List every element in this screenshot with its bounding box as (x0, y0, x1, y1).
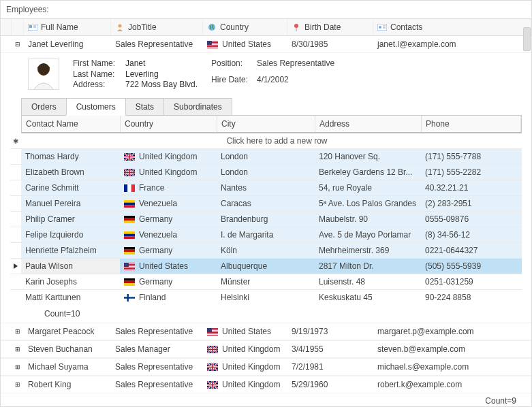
cell-contact: Thomas Hardy (21, 149, 120, 164)
cell-city: Münster (217, 274, 315, 289)
cell-birthdate: 7/2/1981 (287, 359, 373, 375)
employee-row-expanded[interactable]: ⊟ Janet Leverling Sales Representative U… (1, 36, 531, 53)
cell-city: London (217, 165, 315, 180)
row-indicator (10, 149, 21, 164)
customer-row[interactable]: Felipe IzquierdoVenezuelaI. de Margarita… (10, 227, 522, 242)
cell-phone: (505) 555-5939 (421, 259, 522, 274)
globe-icon (207, 22, 217, 32)
cell-birthdate: 8/30/1985 (287, 36, 373, 52)
cell-contacts: margaret.p@example.com (373, 323, 531, 340)
tab-orders[interactable]: Orders (21, 98, 67, 116)
uk-flag-icon (124, 169, 135, 176)
cell-address: 5ª Ave. Los Palos Grandes (315, 196, 421, 211)
cell-jobtitle: Sales Manager (111, 341, 203, 357)
contact-card-icon (377, 22, 387, 32)
col-contacts[interactable]: Contacts (373, 19, 531, 35)
col-country[interactable]: Country (203, 19, 287, 35)
cell-phone: (171) 555-2282 (421, 165, 522, 180)
employee-photo (28, 59, 59, 90)
row-indicator (10, 180, 21, 195)
col-jobtitle[interactable]: JobTitle (111, 19, 203, 35)
person-icon (115, 22, 125, 32)
col-country-label: Country (220, 22, 249, 32)
main-grid-header: Full Name JobTitle Country Birth Date Co… (1, 18, 531, 36)
sub-col-address[interactable]: Address (315, 116, 422, 132)
sub-col-city[interactable]: City (217, 116, 315, 132)
customer-row[interactable]: Carine SchmittFranceNantes54, rue Royale… (10, 180, 522, 195)
cell-country: France (120, 180, 217, 195)
cell-city: Helsinki (217, 290, 315, 305)
cell-country: Finland (120, 290, 217, 305)
customer-row[interactable]: Matti KarttunenFinlandHelsinkiKeskuskatu… (10, 289, 522, 305)
collapse-icon[interactable]: ⊟ (12, 41, 24, 48)
row-indicator (10, 274, 21, 289)
cell-address: Luisenstr. 48 (315, 274, 421, 289)
new-row-icon: ✱ (10, 133, 21, 148)
cell-birthdate: 9/19/1973 (287, 323, 373, 340)
cell-address: 54, rue Royale (315, 180, 421, 195)
customer-row[interactable]: Thomas HardyUnited KingdomLondon120 Hano… (10, 148, 522, 164)
cell-city: Köln (217, 243, 315, 258)
cell-city: Caracas (217, 196, 315, 211)
tab-subordinates[interactable]: Subordinates (163, 98, 232, 116)
firstname-label: First Name: (73, 59, 124, 69)
expand-icon[interactable]: ⊞ (12, 363, 24, 370)
cell-contact: Carine Schmitt (21, 180, 120, 195)
cell-phone: 0555-09876 (421, 212, 522, 227)
cell-contacts: robert.k@example.com (373, 376, 531, 393)
cell-phone: (8) 34-56-12 (421, 227, 522, 242)
cell-contact: Matti Karttunen (21, 290, 120, 305)
row-indicator (10, 243, 21, 258)
expand-icon[interactable]: ⊞ (12, 328, 24, 335)
cell-birthdate: 3/4/1955 (287, 341, 373, 357)
col-fullname[interactable]: Full Name (24, 19, 111, 35)
employee-row[interactable]: ⊞Robert KingSales RepresentativeUnited K… (1, 376, 531, 393)
employee-row[interactable]: ⊞Michael SuyamaSales RepresentativeUnite… (1, 358, 531, 376)
hiredate-value: 4/1/2002 (257, 75, 334, 91)
customer-row[interactable]: Philip CramerGermanyBrandenburgMaubelstr… (10, 211, 522, 227)
vertical-scrollbar[interactable] (523, 27, 531, 51)
cell-country: United Kingdom (203, 341, 287, 357)
employee-row[interactable]: ⊞Steven BuchananSales ManagerUnited King… (1, 340, 531, 358)
row-indicator (10, 227, 21, 242)
sub-col-phone[interactable]: Phone (422, 116, 521, 132)
us-flag-icon (207, 328, 218, 336)
cell-country: Germany (120, 274, 217, 289)
fr-flag-icon (124, 184, 135, 192)
col-birthdate[interactable]: Birth Date (287, 19, 373, 35)
lastname-label: Last Name: (73, 69, 124, 80)
cell-country: United States (203, 323, 287, 340)
svg-point-26 (294, 24, 298, 28)
id-card-icon (28, 22, 37, 32)
customer-row[interactable]: Karin JosephsGermanyMünsterLuisenstr. 48… (10, 274, 522, 289)
col-contacts-label: Contacts (390, 22, 422, 32)
add-new-row[interactable]: ✱ Click here to add a new row (10, 133, 522, 148)
sub-col-country[interactable]: Country (121, 116, 217, 132)
tab-customers[interactable]: Customers (66, 98, 126, 116)
cell-city: Nantes (217, 180, 315, 195)
customer-row[interactable]: Manuel PereiraVenezuelaCaracas5ª Ave. Lo… (10, 195, 522, 211)
de-flag-icon (124, 216, 135, 223)
cell-phone: 90-224 8858 (421, 290, 522, 305)
col-birthdate-label: Birth Date (304, 22, 341, 32)
cell-country: Germany (120, 212, 217, 227)
sub-col-contact[interactable]: Contact Name (22, 116, 121, 132)
cell-jobtitle: Sales Representative (111, 323, 203, 340)
cell-fullname: Robert King (24, 376, 111, 393)
tab-stats[interactable]: Stats (125, 98, 164, 116)
cell-contact: Karin Josephs (21, 274, 120, 289)
expand-icon[interactable]: ⊞ (12, 381, 24, 388)
cell-contact: Henriette Pfalzheim (21, 243, 120, 258)
svg-point-24 (119, 25, 122, 28)
customer-row[interactable]: Paula WilsonUnited StatesAlbuquerque2817… (10, 258, 522, 274)
position-label: Position: (211, 59, 255, 74)
customer-row[interactable]: Elizabeth BrownUnited KingdomLondonBerke… (10, 164, 522, 180)
cell-contact: Elizabeth Brown (21, 165, 120, 180)
row-indicator (10, 165, 21, 180)
customer-row[interactable]: Henriette PfalzheimGermanyKölnMehrheimer… (10, 242, 522, 258)
expand-icon[interactable]: ⊞ (12, 346, 24, 353)
cell-address: Keskuskatu 45 (315, 290, 421, 305)
svg-point-25 (208, 24, 215, 31)
us-flag-icon (124, 263, 135, 270)
employee-row[interactable]: ⊞Margaret PeacockSales RepresentativeUni… (1, 323, 531, 340)
